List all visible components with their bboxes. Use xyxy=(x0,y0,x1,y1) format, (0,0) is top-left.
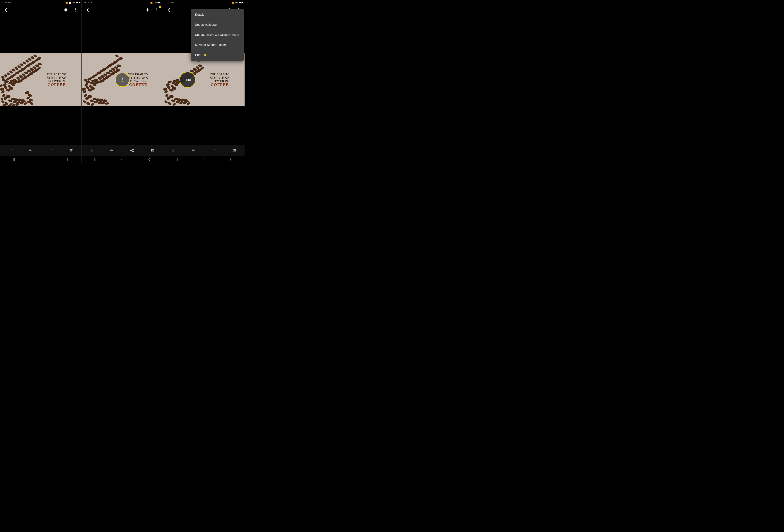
svg-line-155 xyxy=(132,150,133,150)
battery-icon-3 xyxy=(239,2,243,3)
svg-point-87 xyxy=(49,150,50,151)
coffee-text-1: THE ROAD TO SUCCESS IS PAVED IN COFFEE xyxy=(47,73,67,87)
svg-point-88 xyxy=(51,151,52,152)
menu-item-wallpaper[interactable]: Set as wallpaper xyxy=(191,20,244,30)
eye-button-1[interactable]: ◉ xyxy=(63,6,69,13)
nav-bar-1: ||| ○ ❮ xyxy=(0,156,81,162)
action-bar-3: ♡ ✏ xyxy=(163,145,245,156)
heart-button-1[interactable]: ♡ xyxy=(8,148,12,153)
heart-button-2[interactable]: ♡ xyxy=(90,148,93,153)
wifi-icon-3: 📶 xyxy=(232,2,234,4)
svg-point-151 xyxy=(133,149,134,150)
status-bar-3: 12:23 79° 📶 73% xyxy=(163,0,245,5)
menu-item-aod[interactable]: Set as Always On Display image xyxy=(191,30,244,40)
coffee-line2-2: SUCCESS xyxy=(128,76,148,80)
heart-button-3[interactable]: ♡ xyxy=(172,148,175,153)
svg-point-152 xyxy=(131,150,132,151)
panel-1: 12:23 79° 📶 ▐▐ 73% ❮ ◉ xyxy=(0,0,82,162)
recents-button-3[interactable]: ||| xyxy=(175,157,178,161)
home-button-2[interactable]: ○ xyxy=(121,157,123,161)
coffee-image-3: THE ROAD TO SUCCESS IS PAVED IN COFFEE xyxy=(163,53,245,106)
panel-2: 12:23 79° 📶 73% ❮ ◉ xyxy=(82,0,163,162)
back-button-2[interactable]: ❮ xyxy=(85,6,91,13)
battery-icon-2 xyxy=(158,2,161,3)
battery-text-1: 73% xyxy=(72,2,75,4)
print-annotation-dot xyxy=(204,54,206,56)
edit-button-1[interactable]: ✏ xyxy=(29,148,32,153)
annotation-dot-2 xyxy=(159,6,161,8)
time-2: 12:23 xyxy=(84,1,89,4)
battery-text-3: 73% xyxy=(235,2,239,4)
signal-icon-1: ▐▐ xyxy=(68,2,71,4)
recents-button-1[interactable]: ||| xyxy=(12,157,15,161)
action-bar-2: ♡ ✏ xyxy=(82,145,163,156)
delete-button-3[interactable] xyxy=(232,148,236,152)
nav-bar-3: ||| ○ ❮ xyxy=(163,156,245,162)
back-nav-button-2[interactable]: ❮ xyxy=(148,157,151,161)
image-area-2: THE ROAD TO SUCCESS IS PAVED IN COFFEE xyxy=(82,14,163,145)
svg-point-86 xyxy=(51,149,52,150)
svg-line-208 xyxy=(213,151,214,151)
coffee-line2-3: SUCCESS xyxy=(210,76,230,80)
coffee-line4-3: COFFEE xyxy=(210,83,230,87)
svg-line-89 xyxy=(50,151,51,151)
temp-2: 79° xyxy=(89,1,92,4)
svg-point-153 xyxy=(133,151,134,152)
toolbar-2: ❮ ◉ xyxy=(82,5,163,14)
wifi-icon-2: 📶 xyxy=(150,2,152,4)
battery-text-2: 73% xyxy=(153,2,157,4)
menu-item-secure[interactable]: Move to Secure Folder xyxy=(191,40,244,50)
back-nav-button-1[interactable]: ❮ xyxy=(66,157,69,161)
nav-bar-2: ||| ○ ❮ xyxy=(82,156,163,162)
three-dots-1 xyxy=(75,8,76,11)
coffee-line4-1: COFFEE xyxy=(47,83,67,87)
share-button-1[interactable] xyxy=(49,148,53,152)
share-button-3[interactable] xyxy=(212,148,216,152)
coffee-text-3: THE ROAD TO SUCCESS IS PAVED IN COFFEE xyxy=(210,73,230,87)
image-area-1: THE ROAD TO SUCCESS IS PAVED IN COFFEE xyxy=(0,14,81,145)
three-dots-2 xyxy=(157,8,157,11)
share-button-2[interactable] xyxy=(130,148,134,152)
edit-button-3[interactable]: ✏ xyxy=(192,148,195,153)
recents-button-2[interactable]: ||| xyxy=(94,157,96,161)
menu-item-print[interactable]: Print xyxy=(191,50,244,60)
delete-button-2[interactable] xyxy=(151,148,155,152)
coffee-image-1: THE ROAD TO SUCCESS IS PAVED IN COFFEE xyxy=(0,53,81,106)
print-circle-label: Print xyxy=(185,78,191,81)
coffee-line4-2: COFFEE xyxy=(128,83,148,87)
status-bar-1: 12:23 79° 📶 ▐▐ 73% xyxy=(0,0,81,5)
wifi-icon-1: 📶 xyxy=(65,2,67,4)
edit-button-2[interactable]: ✏ xyxy=(110,148,113,153)
svg-point-206 xyxy=(212,150,213,151)
eye-button-2[interactable]: ◉ xyxy=(144,6,151,13)
print-circle-annotation: Print xyxy=(179,72,196,88)
menu-item-details[interactable]: Details xyxy=(191,10,244,20)
status-bar-2: 12:23 79° 📶 73% xyxy=(82,0,163,5)
coffee-line2-1: SUCCESS xyxy=(47,76,67,80)
svg-point-207 xyxy=(214,151,215,152)
svg-point-205 xyxy=(214,149,215,150)
battery-icon-1 xyxy=(76,2,79,3)
toolbar-1: ❮ ◉ xyxy=(0,5,81,14)
time-3: 12:23 xyxy=(165,1,170,4)
three-dots-annotation xyxy=(122,78,123,82)
svg-line-154 xyxy=(132,151,133,151)
svg-line-209 xyxy=(213,150,214,150)
temp-3: 79° xyxy=(171,1,174,4)
coffee-text-2: THE ROAD TO SUCCESS IS PAVED IN COFFEE xyxy=(128,73,148,87)
home-button-3[interactable]: ○ xyxy=(203,157,205,161)
back-button-3[interactable]: ❮ xyxy=(166,6,172,13)
back-button-1[interactable]: ❮ xyxy=(3,6,9,13)
delete-button-1[interactable] xyxy=(69,148,73,152)
more-button-1[interactable] xyxy=(72,6,79,13)
svg-line-90 xyxy=(50,150,51,150)
temp-1: 79° xyxy=(8,1,11,4)
context-menu: Details Set as wallpaper Set as Always O… xyxy=(191,9,244,61)
back-nav-button-3[interactable]: ❮ xyxy=(229,157,232,161)
home-button-1[interactable]: ○ xyxy=(39,157,41,161)
annotation-circle-2 xyxy=(115,72,130,87)
action-bar-1: ♡ ✏ xyxy=(0,145,81,156)
panel-3: 12:23 79° 📶 73% ❮ ◉ xyxy=(163,0,245,162)
time-1: 12:23 xyxy=(2,1,7,4)
